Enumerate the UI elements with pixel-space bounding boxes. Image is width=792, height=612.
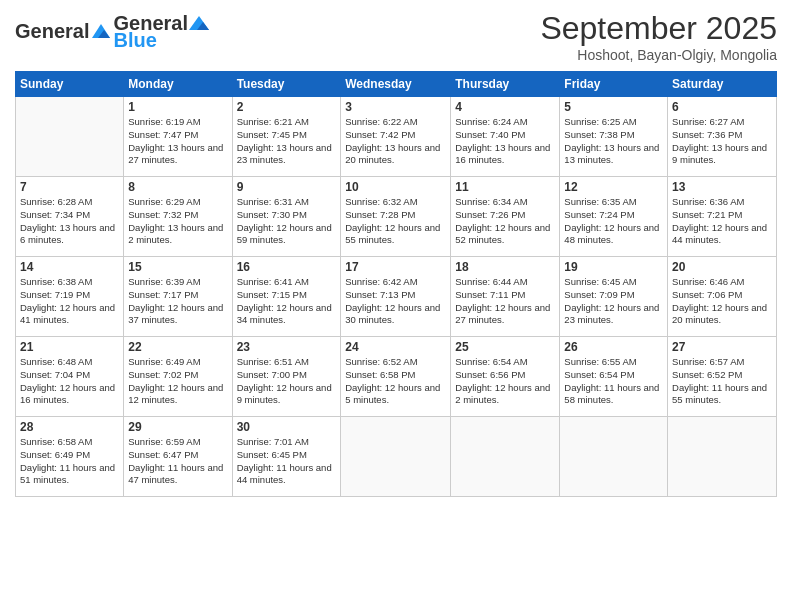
subtitle: Hoshoot, Bayan-Olgiy, Mongolia: [540, 47, 777, 63]
header: General General Blue September: [15, 10, 777, 63]
calendar-cell: 26Sunrise: 6:55 AMSunset: 6:54 PMDayligh…: [560, 337, 668, 417]
calendar-cell: 2Sunrise: 6:21 AMSunset: 7:45 PMDaylight…: [232, 97, 341, 177]
calendar-cell: 24Sunrise: 6:52 AMSunset: 6:58 PMDayligh…: [341, 337, 451, 417]
page: General General Blue September: [0, 0, 792, 612]
calendar-header-tuesday: Tuesday: [232, 72, 341, 97]
day-info: Sunrise: 6:36 AMSunset: 7:21 PMDaylight:…: [672, 196, 772, 247]
calendar-cell: 15Sunrise: 6:39 AMSunset: 7:17 PMDayligh…: [124, 257, 232, 337]
day-number: 9: [237, 180, 337, 194]
calendar-header-saturday: Saturday: [668, 72, 777, 97]
calendar-cell: 4Sunrise: 6:24 AMSunset: 7:40 PMDaylight…: [451, 97, 560, 177]
calendar-cell: 5Sunrise: 6:25 AMSunset: 7:38 PMDaylight…: [560, 97, 668, 177]
day-number: 23: [237, 340, 337, 354]
day-number: 29: [128, 420, 227, 434]
day-info: Sunrise: 6:57 AMSunset: 6:52 PMDaylight:…: [672, 356, 772, 407]
day-number: 28: [20, 420, 119, 434]
day-number: 15: [128, 260, 227, 274]
title-block: September 2025 Hoshoot, Bayan-Olgiy, Mon…: [540, 10, 777, 63]
day-number: 14: [20, 260, 119, 274]
calendar-week-4: 28Sunrise: 6:58 AMSunset: 6:49 PMDayligh…: [16, 417, 777, 497]
calendar-cell: [668, 417, 777, 497]
calendar-cell: 11Sunrise: 6:34 AMSunset: 7:26 PMDayligh…: [451, 177, 560, 257]
day-info: Sunrise: 6:45 AMSunset: 7:09 PMDaylight:…: [564, 276, 663, 327]
day-number: 25: [455, 340, 555, 354]
calendar-cell: 27Sunrise: 6:57 AMSunset: 6:52 PMDayligh…: [668, 337, 777, 417]
day-info: Sunrise: 6:59 AMSunset: 6:47 PMDaylight:…: [128, 436, 227, 487]
day-info: Sunrise: 6:31 AMSunset: 7:30 PMDaylight:…: [237, 196, 337, 247]
calendar-cell: [451, 417, 560, 497]
calendar-header-thursday: Thursday: [451, 72, 560, 97]
day-info: Sunrise: 6:25 AMSunset: 7:38 PMDaylight:…: [564, 116, 663, 167]
calendar-header-friday: Friday: [560, 72, 668, 97]
day-info: Sunrise: 6:24 AMSunset: 7:40 PMDaylight:…: [455, 116, 555, 167]
day-info: Sunrise: 6:29 AMSunset: 7:32 PMDaylight:…: [128, 196, 227, 247]
day-info: Sunrise: 6:41 AMSunset: 7:15 PMDaylight:…: [237, 276, 337, 327]
day-number: 11: [455, 180, 555, 194]
day-number: 24: [345, 340, 446, 354]
day-info: Sunrise: 6:35 AMSunset: 7:24 PMDaylight:…: [564, 196, 663, 247]
day-number: 17: [345, 260, 446, 274]
calendar-week-3: 21Sunrise: 6:48 AMSunset: 7:04 PMDayligh…: [16, 337, 777, 417]
day-info: Sunrise: 6:58 AMSunset: 6:49 PMDaylight:…: [20, 436, 119, 487]
day-info: Sunrise: 6:46 AMSunset: 7:06 PMDaylight:…: [672, 276, 772, 327]
day-number: 16: [237, 260, 337, 274]
day-info: Sunrise: 6:19 AMSunset: 7:47 PMDaylight:…: [128, 116, 227, 167]
day-number: 7: [20, 180, 119, 194]
calendar-cell: [341, 417, 451, 497]
calendar-cell: 22Sunrise: 6:49 AMSunset: 7:02 PMDayligh…: [124, 337, 232, 417]
logo-blue: Blue: [113, 29, 209, 52]
calendar-cell: 13Sunrise: 6:36 AMSunset: 7:21 PMDayligh…: [668, 177, 777, 257]
calendar-cell: 6Sunrise: 6:27 AMSunset: 7:36 PMDaylight…: [668, 97, 777, 177]
day-number: 4: [455, 100, 555, 114]
day-info: Sunrise: 6:28 AMSunset: 7:34 PMDaylight:…: [20, 196, 119, 247]
day-number: 30: [237, 420, 337, 434]
logo-general: General: [15, 20, 89, 43]
day-info: Sunrise: 6:54 AMSunset: 6:56 PMDaylight:…: [455, 356, 555, 407]
calendar-header-row: SundayMondayTuesdayWednesdayThursdayFrid…: [16, 72, 777, 97]
calendar-cell: 17Sunrise: 6:42 AMSunset: 7:13 PMDayligh…: [341, 257, 451, 337]
calendar-cell: 25Sunrise: 6:54 AMSunset: 6:56 PMDayligh…: [451, 337, 560, 417]
day-info: Sunrise: 6:51 AMSunset: 7:00 PMDaylight:…: [237, 356, 337, 407]
day-info: Sunrise: 6:44 AMSunset: 7:11 PMDaylight:…: [455, 276, 555, 327]
logo: General General Blue: [15, 10, 210, 52]
calendar-cell: 19Sunrise: 6:45 AMSunset: 7:09 PMDayligh…: [560, 257, 668, 337]
day-number: 22: [128, 340, 227, 354]
day-info: Sunrise: 6:21 AMSunset: 7:45 PMDaylight:…: [237, 116, 337, 167]
day-info: Sunrise: 7:01 AMSunset: 6:45 PMDaylight:…: [237, 436, 337, 487]
day-number: 5: [564, 100, 663, 114]
calendar: SundayMondayTuesdayWednesdayThursdayFrid…: [15, 71, 777, 497]
day-number: 19: [564, 260, 663, 274]
calendar-cell: 30Sunrise: 7:01 AMSunset: 6:45 PMDayligh…: [232, 417, 341, 497]
calendar-cell: 8Sunrise: 6:29 AMSunset: 7:32 PMDaylight…: [124, 177, 232, 257]
day-number: 10: [345, 180, 446, 194]
calendar-cell: [560, 417, 668, 497]
day-number: 20: [672, 260, 772, 274]
calendar-cell: [16, 97, 124, 177]
day-number: 6: [672, 100, 772, 114]
logo-icon: [90, 22, 112, 40]
calendar-cell: 18Sunrise: 6:44 AMSunset: 7:11 PMDayligh…: [451, 257, 560, 337]
day-info: Sunrise: 6:42 AMSunset: 7:13 PMDaylight:…: [345, 276, 446, 327]
day-info: Sunrise: 6:52 AMSunset: 6:58 PMDaylight:…: [345, 356, 446, 407]
day-info: Sunrise: 6:49 AMSunset: 7:02 PMDaylight:…: [128, 356, 227, 407]
day-info: Sunrise: 6:34 AMSunset: 7:26 PMDaylight:…: [455, 196, 555, 247]
day-number: 26: [564, 340, 663, 354]
day-number: 18: [455, 260, 555, 274]
calendar-week-2: 14Sunrise: 6:38 AMSunset: 7:19 PMDayligh…: [16, 257, 777, 337]
calendar-cell: 9Sunrise: 6:31 AMSunset: 7:30 PMDaylight…: [232, 177, 341, 257]
calendar-cell: 10Sunrise: 6:32 AMSunset: 7:28 PMDayligh…: [341, 177, 451, 257]
calendar-cell: 3Sunrise: 6:22 AMSunset: 7:42 PMDaylight…: [341, 97, 451, 177]
calendar-cell: 21Sunrise: 6:48 AMSunset: 7:04 PMDayligh…: [16, 337, 124, 417]
calendar-header-wednesday: Wednesday: [341, 72, 451, 97]
day-number: 27: [672, 340, 772, 354]
day-info: Sunrise: 6:38 AMSunset: 7:19 PMDaylight:…: [20, 276, 119, 327]
calendar-cell: 1Sunrise: 6:19 AMSunset: 7:47 PMDaylight…: [124, 97, 232, 177]
calendar-header-sunday: Sunday: [16, 72, 124, 97]
day-number: 3: [345, 100, 446, 114]
day-number: 12: [564, 180, 663, 194]
calendar-cell: 12Sunrise: 6:35 AMSunset: 7:24 PMDayligh…: [560, 177, 668, 257]
day-info: Sunrise: 6:39 AMSunset: 7:17 PMDaylight:…: [128, 276, 227, 327]
day-number: 1: [128, 100, 227, 114]
calendar-header-monday: Monday: [124, 72, 232, 97]
day-number: 8: [128, 180, 227, 194]
